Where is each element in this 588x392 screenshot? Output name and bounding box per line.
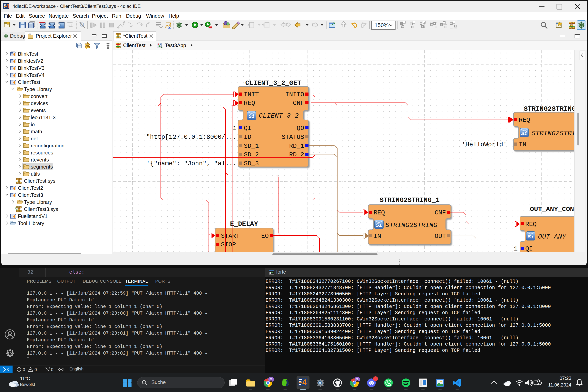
svg-text:STATUS: STATUS (282, 134, 304, 141)
svg-text:E_DELAY: E_DELAY (230, 220, 258, 228)
svg-text:REQ: REQ (525, 221, 537, 228)
svg-text:Si: Si (521, 131, 527, 136)
svg-text:1: 1 (233, 125, 236, 132)
svg-text:0: 0 (23, 367, 25, 372)
svg-text:4: 4 (13, 52, 16, 57)
svg-text:CNF: CNF (434, 209, 446, 216)
svg-text:STRING2STRI: STRING2STRI (532, 130, 574, 137)
svg-text:CLIENT_3_2_GET: CLIENT_3_2_GET (245, 80, 301, 87)
svg-text:RD_1: RD_1 (289, 142, 304, 150)
svg-text:EO: EO (261, 232, 269, 240)
svg-text:IN: IN (519, 141, 526, 148)
svg-text:OUT_ANY_CON: OUT_ANY_CON (530, 206, 574, 213)
svg-text:4: 4 (13, 214, 16, 219)
svg-text:REQ: REQ (519, 116, 530, 124)
svg-text:Si: Si (376, 222, 382, 228)
svg-text:4: 4 (6, 3, 9, 9)
svg-text:SD_1: SD_1 (244, 142, 259, 150)
svg-text:Si: Si (248, 114, 254, 119)
svg-text:CLIENT_3_2: CLIENT_3_2 (259, 112, 299, 120)
svg-text:STRING2STRING_1: STRING2STRING_1 (380, 196, 440, 204)
svg-text:STRING2STRING: STRING2STRING (524, 105, 574, 113)
svg-text:1: 1 (514, 245, 518, 252)
svg-text:4: 4 (13, 193, 16, 198)
svg-text:'HelloWorld': 'HelloWorld' (462, 141, 507, 148)
svg-text:OUT: OUT (434, 233, 446, 240)
svg-text:STRING2STRING: STRING2STRING (385, 222, 437, 229)
svg-text:4: 4 (13, 73, 16, 78)
svg-text:OUT_ANY_: OUT_ANY_ (538, 233, 570, 240)
svg-text:ID: ID (244, 134, 251, 141)
svg-text:INIT: INIT (244, 91, 259, 98)
svg-text:0: 0 (51, 367, 53, 372)
svg-text:CNF: CNF (293, 100, 304, 107)
svg-text:'{"name": "John", "al...: '{"name": "John", "al... (146, 160, 236, 167)
svg-text:QO: QO (297, 125, 304, 132)
svg-text:QI: QI (525, 245, 533, 252)
svg-text:150%: 150% (374, 22, 389, 28)
svg-text:IN: IN (374, 233, 381, 240)
svg-text:START: START (221, 232, 240, 240)
svg-text:REQ: REQ (374, 209, 385, 216)
svg-text:4: 4 (13, 186, 16, 191)
svg-text:4: 4 (13, 59, 16, 64)
svg-text:STOP: STOP (221, 241, 236, 248)
svg-text:QI: QI (244, 125, 251, 132)
svg-text:SD_3: SD_3 (244, 160, 259, 167)
svg-text:INITO: INITO (286, 91, 304, 98)
svg-text:4: 4 (13, 80, 16, 85)
svg-text:4: 4 (302, 378, 306, 386)
svg-text:0: 0 (34, 367, 37, 372)
svg-text:Si: Si (528, 234, 534, 240)
svg-text:4: 4 (13, 66, 16, 71)
svg-text:REQ: REQ (244, 100, 255, 107)
svg-text:"http[127.0.0.1:8000/...: "http[127.0.0.1:8000/... (146, 134, 236, 141)
